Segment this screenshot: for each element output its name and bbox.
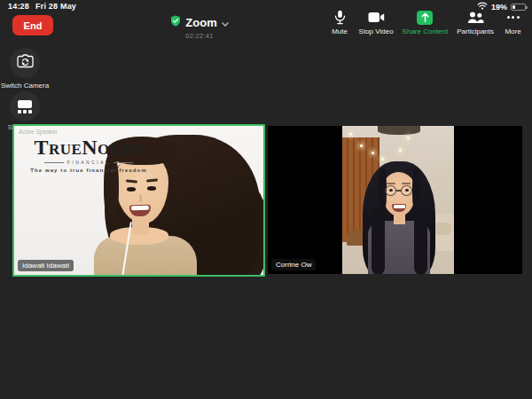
switch-camera-label: Switch Camera xyxy=(0,82,50,90)
truenorth-logo: TrueNorth FINANCIAL The way to true fina… xyxy=(21,137,156,173)
ellipsis-icon xyxy=(507,10,520,25)
video-tile-idawati[interactable]: Active Speaker TrueNorth FINANCIAL The w… xyxy=(12,124,265,277)
status-date: Fri 28 May xyxy=(35,2,76,11)
logo-tagline: The way to true financial freedom xyxy=(21,168,156,173)
switch-view-icon xyxy=(18,100,32,113)
mute-label: Mute xyxy=(332,27,348,35)
share-content-label: Share Content xyxy=(403,27,449,35)
meeting-toolbar: Mute Stop Video Share Content Participan… xyxy=(325,10,528,35)
share-up-arrow-icon xyxy=(417,10,433,25)
participants-button[interactable]: Participants xyxy=(452,10,498,35)
chevron-down-icon xyxy=(222,14,229,30)
switch-view-button[interactable] xyxy=(10,91,40,121)
meeting-title-group: Zoom 02:22:41 xyxy=(171,14,228,40)
participants-icon xyxy=(467,10,484,25)
logo-subtitle-row: FINANCIAL xyxy=(21,160,156,165)
switch-camera-icon xyxy=(17,54,34,72)
more-button[interactable]: More xyxy=(498,10,528,35)
stop-video-label: Stop Video xyxy=(359,27,394,35)
active-speaker-badge: Active Speaker xyxy=(19,129,58,135)
participants-label: Participants xyxy=(457,27,494,35)
logo-subtitle: FINANCIAL xyxy=(67,160,111,165)
logo-title: TrueNorth xyxy=(21,137,156,158)
meeting-title: Zoom xyxy=(185,16,216,29)
encryption-shield-icon xyxy=(170,14,181,30)
meeting-title-row[interactable]: Zoom xyxy=(171,14,228,30)
meeting-timer: 02:22:41 xyxy=(171,32,228,40)
video-tile-corrine[interactable]: Corrine Ow xyxy=(268,126,522,274)
status-clock: 14:28 Fri 28 May xyxy=(8,2,76,11)
microphone-icon xyxy=(334,10,346,25)
end-meeting-button[interactable]: End xyxy=(12,15,53,35)
participant-name-tag: Corrine Ow xyxy=(271,259,316,270)
logo-divider xyxy=(44,162,64,163)
more-label: More xyxy=(505,27,520,35)
participant-name-tag: Idawati Idawati xyxy=(18,260,74,271)
stop-video-button[interactable]: Stop Video xyxy=(355,10,398,35)
zoom-meeting-screen: 14:28 Fri 28 May 19% End Zoom 02:22:41 xyxy=(0,0,532,399)
share-content-button[interactable]: Share Content xyxy=(398,10,453,35)
participant-video-corrine xyxy=(342,126,454,274)
logo-divider xyxy=(113,162,133,163)
mute-button[interactable]: Mute xyxy=(325,10,355,35)
status-time: 14:28 xyxy=(8,2,29,11)
video-camera-icon xyxy=(368,10,385,25)
switch-camera-button[interactable] xyxy=(10,48,40,78)
